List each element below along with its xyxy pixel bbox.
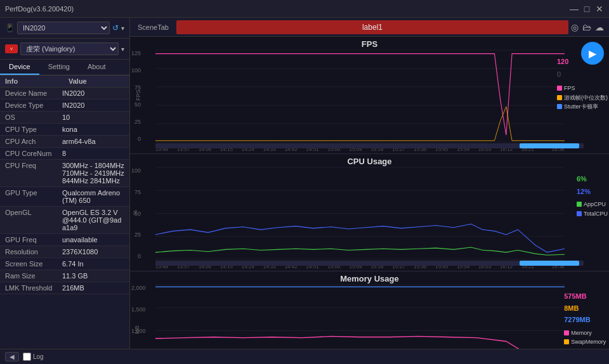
cpu-legend: 6% 12% AppCPU TotalCPU	[577, 174, 608, 218]
maximize-button[interactable]: □	[582, 4, 591, 13]
app-cpu-value: 6%	[577, 174, 608, 185]
tab-device[interactable]: Device	[0, 60, 39, 75]
sidebar-tabs: Device Setting About	[0, 60, 129, 75]
log-checkbox-label: Log	[23, 353, 44, 361]
charts-scroll[interactable]: ▶ FPS 1251007550250	[130, 37, 609, 349]
info-row-2: OS10	[0, 112, 129, 124]
scene-label1[interactable]: label1	[176, 20, 568, 34]
device-select-row: 📱 IN2020 ↺ ▾	[0, 18, 129, 39]
info-table-header: Info Value	[0, 75, 129, 88]
app-title: PerfDog(v3.6.200420)	[5, 5, 74, 13]
info-row-5: CPU CoreNum8	[0, 148, 129, 160]
folder-icon[interactable]: 🗁	[582, 22, 591, 32]
main-layout: 📱 IN2020 ↺ ▾ V 虔荣 (Vainglory) ▾ Device S…	[0, 18, 609, 349]
info-row-7: GPU TypeQualcomm Adreno (TM) 650	[0, 187, 129, 207]
info-row-0: Device NameIN2020	[0, 88, 129, 100]
swap-value: 8MB	[564, 303, 608, 315]
info-row-1: Device TypeIN2020	[0, 100, 129, 112]
cpu-chart-body: 1007550250 6% 1	[155, 167, 565, 259]
close-button[interactable]: ✕	[595, 4, 604, 13]
memory-value: 575MB	[564, 291, 608, 302]
chevron-down-icon: ▾	[121, 25, 124, 32]
app-select-row: V 虔荣 (Vainglory) ▾	[0, 39, 129, 60]
cpu-legend-total: TotalCPU	[577, 209, 608, 218]
memory-chart-body: 2,0001,5001,0005000	[155, 285, 565, 349]
fps-y-label: FPS	[135, 89, 141, 101]
total-cpu-value: 12%	[577, 186, 608, 198]
info-row-9: GPU Frequnavailable	[0, 234, 129, 246]
log-checkbox[interactable]	[23, 353, 31, 361]
window-controls: — □ ✕	[570, 4, 604, 13]
collapse-button[interactable]: ◀	[5, 352, 19, 361]
title-bar: PerfDog(v3.6.200420) — □ ✕	[0, 0, 609, 18]
fps-legend-stutter: Stutter卡顿率	[557, 102, 608, 111]
info-row-13: LMK Threshold216MB	[0, 282, 129, 294]
tab-setting[interactable]: Setting	[39, 60, 79, 75]
info-table: Info Value Device NameIN2020Device TypeI…	[0, 75, 129, 349]
fps-legend-fps: FPS	[557, 84, 608, 93]
cpu-scroll-range[interactable]	[155, 261, 584, 266]
location-icon[interactable]: ◎	[571, 22, 579, 32]
sidebar: 📱 IN2020 ↺ ▾ V 虔荣 (Vainglory) ▾ Device S…	[0, 18, 130, 349]
bottom-bar: ◀ Log	[0, 349, 609, 364]
memory-chart-panel: Memory Usage 2,0001,5001,0005000	[130, 271, 609, 349]
virtual-value: 7279MB	[564, 315, 608, 326]
app-icon: V	[5, 44, 18, 53]
col-value: Value	[69, 77, 87, 85]
refresh-icon[interactable]: ↺	[112, 23, 119, 32]
fps-legend: 120 0 FPS 游戏帧(中位次数) Stutter卡顿率	[557, 56, 608, 111]
col-info: Info	[5, 77, 62, 85]
memory-chart-svg	[155, 285, 565, 349]
fps-scroll-thumb[interactable]	[520, 143, 580, 148]
fps-legend-frame: 游戏帧(中位次数)	[557, 93, 608, 102]
cpu-y-label: %	[132, 210, 138, 215]
cpu-chart-title: CPU Usage	[130, 157, 609, 166]
info-row-8: OpenGLOpenGL ES 3.2 V@444.0 (GIT@9ada1a9	[0, 207, 129, 234]
memory-legend: 575MB 8MB 7279MB Memory SwapMemory	[564, 291, 608, 349]
header-icons: ◎ 🗁 ☁	[571, 22, 606, 32]
cpu-chart-svg	[155, 167, 565, 259]
fps-chart-title: FPS	[130, 39, 609, 49]
info-row-4: CPU Archarm64-v8a	[0, 136, 129, 148]
cpu-legend-app: AppCPU	[577, 200, 608, 209]
cpu-chart-panel: CPU Usage 1007550250	[130, 154, 609, 271]
minimize-button[interactable]: —	[570, 4, 579, 13]
fps-chart-svg	[155, 50, 565, 142]
info-row-12: Ram Size11.3 GB	[0, 270, 129, 282]
info-row-11: Screen Size6.74 In	[0, 258, 129, 270]
memory-legend-virtual: VirtualMemory	[564, 347, 608, 349]
device-selector[interactable]: IN2020	[17, 22, 110, 34]
app-chevron-icon: ▾	[121, 46, 124, 53]
info-row-3: CPU Typekona	[0, 124, 129, 136]
play-button[interactable]: ▶	[581, 42, 604, 65]
memory-y-axis: 2,0001,5001,0005000	[131, 285, 146, 349]
fps-chart-body: 1251007550250	[155, 50, 565, 142]
app-selector[interactable]: 虔荣 (Vainglory)	[20, 42, 119, 55]
memory-chart-title: Memory Usage	[130, 274, 609, 283]
tab-about[interactable]: About	[79, 60, 115, 75]
fps-chart-panel: ▶ FPS 1251007550250	[130, 37, 609, 154]
device-icon: 📱	[5, 23, 15, 32]
log-label: Log	[33, 353, 44, 360]
memory-legend-swap: SwapMemory	[564, 337, 608, 346]
info-row-6: CPU Freq300MHz - 1804MHz 710MHz - 2419MH…	[0, 160, 129, 187]
charts-area: SceneTab label1 ◎ 🗁 ☁ ▶ FPS 125100755025…	[130, 18, 609, 349]
memory-y-label: MB	[134, 325, 140, 334]
scene-tab-bar: SceneTab label1 ◎ 🗁 ☁	[130, 18, 609, 37]
info-row-10: Resolution2376X1080	[0, 246, 129, 258]
memory-legend-mem: Memory	[564, 328, 608, 337]
cpu-scroll-thumb[interactable]	[520, 261, 580, 266]
scene-tab-label: SceneTab	[133, 23, 174, 31]
fps-scroll-range[interactable]	[155, 143, 584, 148]
cloud-icon[interactable]: ☁	[595, 22, 604, 32]
fps-zero-value: 0	[557, 69, 608, 81]
